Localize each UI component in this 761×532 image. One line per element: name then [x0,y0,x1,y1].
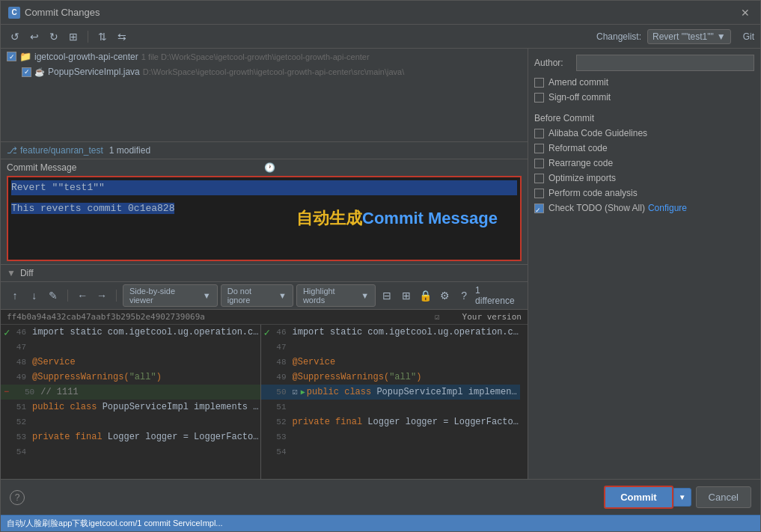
diff-down-button[interactable]: ↓ [26,287,43,304]
app-icon: C [8,7,20,19]
diff-left-status-icon: ✓ [1,325,13,340]
table-row: 50 ☑ ▶ public class PopupServiceImpl imp… [261,385,521,400]
close-button[interactable]: ✕ [738,5,753,20]
table-row: − 50 // 1111 [1,385,260,400]
table-row: 54 [261,444,521,459]
help-button[interactable]: ? [10,490,25,505]
diff-edit-button[interactable]: ✎ [46,287,62,304]
signoff-commit-label: Sign-off commit [548,92,611,103]
auto-en-text: Commit Message [362,209,498,227]
optimize-imports-row: Optimize imports [534,173,754,183]
cancel-button[interactable]: Cancel [696,486,751,508]
diff-right-panel: ✓ 46 import static com.igetcool.ug.opera… [261,325,521,479]
diff-sep2 [116,290,117,302]
redo-button[interactable]: ↻ [46,28,62,45]
changelist-dropdown[interactable]: Revert ""test1"" ▼ [647,29,731,44]
diff-prev-button[interactable]: ← [74,287,91,304]
amend-commit-checkbox[interactable] [534,78,544,88]
changelist-label: Changelist: [596,31,641,42]
toolbar: ↺ ↩ ↻ ⊞ ⇅ ⇆ Changelist: Revert ""test1""… [1,25,760,49]
commit-message-header: Commit Message 🕐 [1,159,528,176]
table-row: 47 [261,340,521,355]
before-commit-title: Before Commit [534,113,754,123]
file-path: 1 file D:\WorkSpace\igetcool-growth\iget… [141,52,370,61]
code-analysis-row: Perform code analysis [534,188,754,198]
diff-left-panel: ✓ 46 import static com.igetcool.ug.opera… [1,325,261,479]
changelist-value: Revert ""test1"" [652,31,714,42]
left-panel: 📁 igetcool-growth-api-center 1 file D:\W… [1,49,528,479]
folder-icon: 📁 [19,51,31,62]
collapse-ranges-button[interactable]: ⊟ [379,287,395,304]
modified-badge: 1 modified [109,145,150,156]
ignore-button[interactable]: Do not ignore ▼ [221,284,293,307]
list-item[interactable]: ☕ PopupServiceImpl.java D:\WorkSpace\ige… [1,64,528,79]
refresh-button[interactable]: ↺ [7,28,23,45]
title-bar: C Commit Changes ✕ [1,1,760,25]
table-row: 52 private final Logger logger = LoggerF… [261,415,521,429]
diff-right-status-icon: ✓ [261,325,273,340]
auto-generate-label: 自动生成Commit Message [296,207,498,230]
expand-icon[interactable]: ⊞ [398,287,415,304]
commit-button-group: Commit ▼ [604,486,691,509]
viewer-label: Side-by-side viewer [129,287,201,305]
commit-msg-hash: This reverts commit 0c1ea828 [11,203,174,214]
java-file-icon: ☕ [34,67,45,77]
configure-link[interactable]: Configure [648,203,687,213]
git-label: Git [743,31,754,42]
diff-checkbox[interactable]: ☑ [435,312,440,322]
commit-message-area[interactable]: Revert ""test1"" This reverts commit 0c1… [7,176,522,261]
status-text: 自动/人脸刷脸app下载igetcool.com/1 commit Servic… [7,518,223,529]
author-input[interactable] [576,55,754,71]
alibaba-guidelines-row: Alibaba Code Guidelines [534,128,754,138]
commit-dialog: C Commit Changes ✕ ↺ ↩ ↻ ⊞ ⇅ ⇆ Changelis… [0,0,761,532]
file-name: igetcool-growth-api-center [34,52,138,62]
signoff-commit-checkbox[interactable] [534,93,544,103]
clock-icon[interactable]: 🕐 [264,162,522,173]
file-checkbox[interactable] [7,52,16,61]
main-content: 📁 igetcool-growth-api-center 1 file D:\W… [1,49,760,479]
commit-dropdown-button[interactable]: ▼ [673,488,691,507]
help-diff-button[interactable]: ? [456,287,472,304]
diff-collapse-icon[interactable]: ▼ [7,268,16,278]
highlight-words-button[interactable]: Highlight words ▼ [296,284,376,307]
commit-msg-spacer [11,195,517,201]
move-button[interactable]: ⊞ [65,28,82,45]
commit-button[interactable]: Commit [604,486,673,509]
commit-message-label: Commit Message [7,162,264,173]
diff-toolbar: ↑ ↓ ✎ ← → Side-by-side viewer ▼ Do not i… [1,282,528,310]
alibaba-guidelines-checkbox[interactable] [534,129,544,138]
list-item[interactable]: 📁 igetcool-growth-api-center 1 file D:\W… [1,49,528,64]
reformat-code-checkbox[interactable] [534,144,544,153]
diff-next-button[interactable]: → [94,287,110,304]
branch-bar: ⎇ feature/quanran_test 1 modified [1,142,528,159]
branch-name: feature/quanran_test [20,145,103,156]
diff-scrollbar[interactable] [520,325,528,479]
auto-zh-text: 自动生成 [296,209,362,227]
commit-message-line1: Revert ""test1"" [11,180,517,196]
file-tree: 📁 igetcool-growth-api-center 1 file D:\W… [1,49,528,142]
sort-button[interactable]: ⇅ [94,28,111,45]
table-row: 52 [1,415,260,429]
file-checkbox[interactable] [22,67,31,77]
undo-button[interactable]: ↩ [26,28,43,45]
dropdown-chevron-icon: ▼ [717,31,726,42]
optimize-imports-checkbox[interactable] [534,174,544,183]
check-todo-checkbox[interactable] [534,204,544,213]
table-row: 53 [261,429,521,444]
file-name: PopupServiceImpl.java [48,67,140,77]
table-row: 51 [261,400,521,415]
side-by-side-viewer-button[interactable]: Side-by-side viewer ▼ [123,284,218,307]
table-row: 49 @SuppressWarnings("all") [1,370,260,385]
diff-section: ▼ Diff ↑ ↓ ✎ ← → Side-by-side viewer ▼ [1,264,528,479]
table-row: 48 @Service [261,355,521,370]
rearrange-code-checkbox[interactable] [534,159,544,168]
diff-up-button[interactable]: ↑ [7,287,23,304]
rearrange-code-label: Rearrange code [548,158,613,168]
rearrange-code-row: Rearrange code [534,158,754,168]
commit-msg-highlight: Revert ""test1"" [11,180,517,196]
lock-icon[interactable]: 🔒 [418,287,434,304]
settings-icon[interactable]: ⚙ [436,287,453,304]
diff-content: ✓ 46 import static com.igetcool.ug.opera… [1,325,528,479]
group-button[interactable]: ⇆ [114,28,130,45]
code-analysis-checkbox[interactable] [534,189,544,198]
